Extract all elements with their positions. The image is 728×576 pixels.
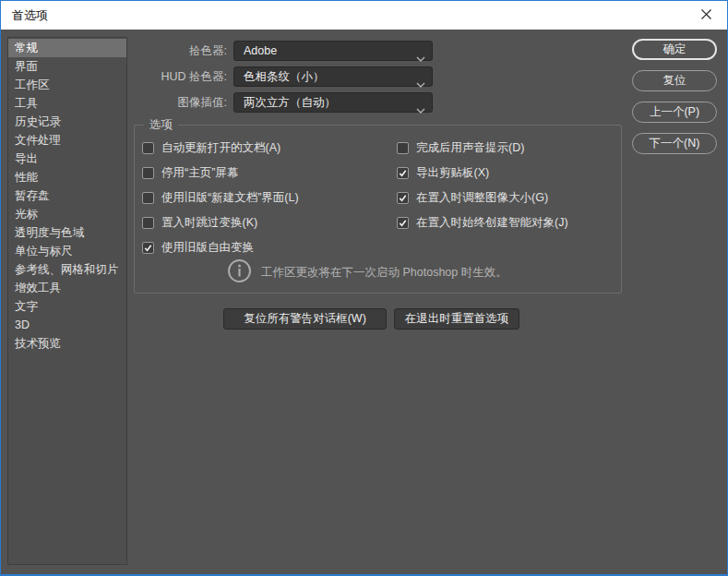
reset-all-warning-dialogs-button[interactable]: 复位所有警告对话框(W) <box>223 308 387 330</box>
checkbox-beep-when-done[interactable]: 完成后用声音提示(D) <box>397 139 568 156</box>
options-group: 选项 自动更新打开的文档(A) 停用“主页”屏幕 使用旧版“新建文档”界面(L)… <box>134 125 622 294</box>
checkbox-disable-home-screen[interactable]: 停用“主页”屏幕 <box>142 164 299 181</box>
image-interpolation-select[interactable]: 两次立方（自动） <box>233 92 433 113</box>
checkbox-label: 在置入时调整图像大小(G) <box>416 190 548 206</box>
checkbox-label: 使用旧版自由变换 <box>161 240 254 256</box>
hud-color-picker-label: HUD 拾色器: <box>89 66 227 87</box>
sidebar-item-history-log[interactable]: 历史记录 <box>8 113 126 131</box>
chevron-down-icon <box>416 75 425 93</box>
info-text: 工作区更改将在下一次启动 Photoshop 时生效。 <box>261 265 507 281</box>
sidebar-item-export[interactable]: 导出 <box>8 150 126 168</box>
sidebar-item-guides-grid-slices[interactable]: 参考线、网格和切片 <box>8 260 126 279</box>
checkbox-label: 导出剪贴板(X) <box>416 165 489 181</box>
color-picker-row: 拾色器: Adobe <box>89 41 439 61</box>
checkbox-box[interactable] <box>397 167 409 179</box>
sidebar-item-performance[interactable]: 性能 <box>8 168 126 186</box>
dialog-body: 常规 界面 工作区 工具 历史记录 文件处理 导出 性能 暂存盘 光标 透明度与… <box>1 30 727 575</box>
check-icon <box>398 218 408 228</box>
checkbox-label: 置入时跳过变换(K) <box>161 215 257 231</box>
preferences-dialog: 首选项 常规 界面 工作区 工具 历史记录 文件处理 导出 性能 暂存盘 光标 … <box>0 0 728 576</box>
ok-button[interactable]: 确定 <box>632 39 717 60</box>
sidebar-item-3d[interactable]: 3D <box>8 316 126 334</box>
checkbox-legacy-free-transform[interactable]: 使用旧版自由变换 <box>142 239 299 256</box>
checkbox-skip-transform-when-placing[interactable]: 置入时跳过变换(K) <box>142 214 299 231</box>
checkbox-label: 使用旧版“新建文档”界面(L) <box>161 190 299 206</box>
check-icon <box>398 193 408 203</box>
chevron-down-icon <box>416 49 425 67</box>
color-picker-value: Adobe <box>244 44 277 57</box>
category-list: 常规 界面 工作区 工具 历史记录 文件处理 导出 性能 暂存盘 光标 透明度与… <box>7 37 127 565</box>
close-button[interactable] <box>685 1 727 30</box>
checkbox-export-clipboard[interactable]: 导出剪贴板(X) <box>397 164 568 181</box>
image-interpolation-label: 图像插值: <box>89 92 227 113</box>
workspace-restart-notice: 工作区更改将在下一次启动 Photoshop 时生效。 <box>227 258 507 287</box>
checkbox-always-create-smart-objects[interactable]: 在置入时始终创建智能对象(J) <box>397 214 568 231</box>
image-interpolation-value: 两次立方（自动） <box>244 96 336 109</box>
sidebar-item-plugins[interactable]: 增效工具 <box>8 279 126 297</box>
checkbox-box[interactable] <box>142 192 154 204</box>
image-interpolation-row: 图像插值: 两次立方（自动） <box>89 92 439 113</box>
sidebar-item-file-handling[interactable]: 文件处理 <box>8 131 126 150</box>
hud-color-picker-row: HUD 拾色器: 色相条纹（小） <box>89 66 439 87</box>
title-bar: 首选项 <box>1 1 727 30</box>
reset-preferences-on-quit-button[interactable]: 在退出时重置首选项 <box>394 308 519 330</box>
checkbox-box[interactable] <box>142 217 154 229</box>
options-left-column: 自动更新打开的文档(A) 停用“主页”屏幕 使用旧版“新建文档”界面(L) 置入… <box>142 139 299 264</box>
checkbox-box[interactable] <box>142 242 154 254</box>
check-icon <box>143 243 153 253</box>
close-icon <box>700 7 712 24</box>
checkbox-resize-image-during-place[interactable]: 在置入时调整图像大小(G) <box>397 189 568 206</box>
checkbox-label: 自动更新打开的文档(A) <box>161 140 280 156</box>
options-right-column: 完成后用声音提示(D) 导出剪贴板(X) 在置入时调整图像大小(G) 在置入时始… <box>397 139 568 239</box>
next-button[interactable]: 下一个(N) <box>632 133 717 154</box>
options-group-legend: 选项 <box>144 117 178 133</box>
dialog-title: 首选项 <box>1 7 48 24</box>
color-picker-select[interactable]: Adobe <box>233 41 433 61</box>
hud-color-picker-select[interactable]: 色相条纹（小） <box>233 66 433 87</box>
checkbox-box[interactable] <box>142 167 154 179</box>
chevron-down-icon <box>416 101 425 119</box>
info-icon <box>227 258 252 287</box>
hud-color-picker-value: 色相条纹（小） <box>244 70 325 83</box>
sidebar-item-type[interactable]: 文字 <box>8 297 126 316</box>
sidebar-item-technology-previews[interactable]: 技术预览 <box>8 334 126 353</box>
checkbox-label: 停用“主页”屏幕 <box>161 165 238 181</box>
checkbox-box[interactable] <box>397 217 409 229</box>
reset-button[interactable]: 复位 <box>632 70 717 91</box>
checkbox-label: 完成后用声音提示(D) <box>416 140 524 156</box>
checkbox-box[interactable] <box>397 192 409 204</box>
sidebar-item-scratch-disks[interactable]: 暂存盘 <box>8 186 126 205</box>
sidebar-item-units-rulers[interactable]: 单位与标尺 <box>8 242 126 260</box>
sidebar-item-transparency-gamut[interactable]: 透明度与色域 <box>8 223 126 242</box>
color-picker-label: 拾色器: <box>89 41 227 61</box>
sidebar-item-cursors[interactable]: 光标 <box>8 205 126 223</box>
check-icon <box>398 168 408 178</box>
prev-button[interactable]: 上一个(P) <box>632 102 717 123</box>
checkbox-box[interactable] <box>142 142 154 154</box>
checkbox-auto-update-open-documents[interactable]: 自动更新打开的文档(A) <box>142 139 299 156</box>
checkbox-legacy-new-document[interactable]: 使用旧版“新建文档”界面(L) <box>142 189 299 206</box>
checkbox-box[interactable] <box>397 142 409 154</box>
checkbox-label: 在置入时始终创建智能对象(J) <box>416 215 568 231</box>
